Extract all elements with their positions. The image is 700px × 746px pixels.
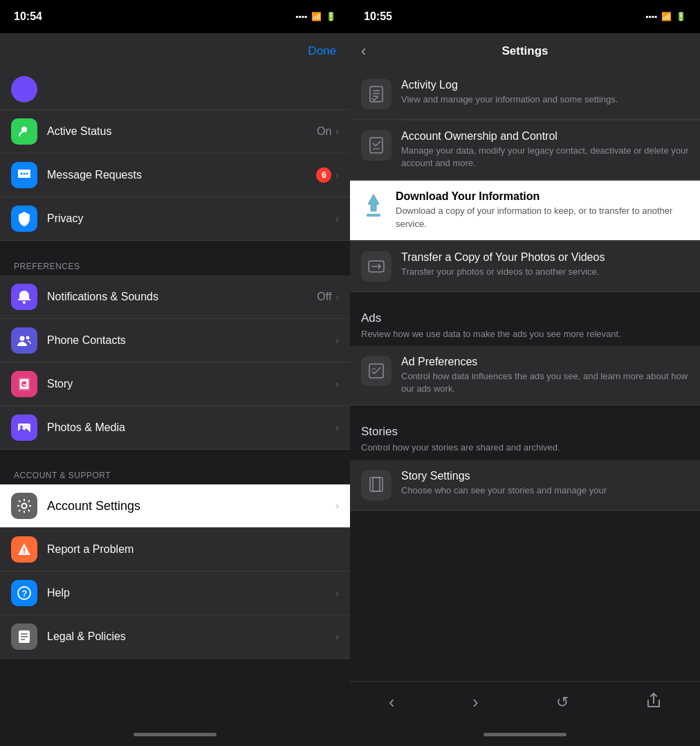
svg-point-3 (24, 173, 26, 175)
active-status-icon (11, 118, 37, 145)
done-button[interactable]: Done (308, 44, 336, 58)
menu-item-privacy[interactable]: Privacy › (0, 197, 350, 241)
nav-share-button[interactable] (639, 685, 668, 719)
right-wifi-icon: 📶 (661, 12, 672, 21)
nav-back-button[interactable]: ‹ (382, 684, 402, 720)
menu-item-account-settings[interactable]: Account Settings › (0, 484, 350, 528)
settings-item-activity-log[interactable]: Activity Log View and manage your inform… (350, 69, 700, 120)
download-info-title: Download Your Information (396, 190, 689, 203)
svg-rect-29 (367, 214, 380, 217)
account-header: ACCOUNT & SUPPORT (0, 458, 350, 484)
menu-item-message-requests[interactable]: Message Requests 6 › (0, 154, 350, 197)
right-home-bar (483, 733, 567, 736)
preferences-header: PREFERENCES (0, 249, 350, 275)
svg-marker-28 (368, 194, 379, 211)
settings-item-story-settings[interactable]: Story Settings Choose who can see your s… (350, 460, 700, 511)
account-settings-chevron: › (335, 500, 339, 511)
back-button[interactable]: ‹ (361, 42, 366, 60)
your-info-section: Activity Log View and manage your inform… (350, 69, 700, 241)
menu-item-help[interactable]: ? Help › (0, 572, 350, 615)
right-status-icons: ▪▪▪▪ 📶 🔋 (645, 12, 686, 21)
svg-point-6 (20, 336, 25, 341)
right-scroll-content: Activity Log View and manage your inform… (350, 69, 700, 681)
svg-point-1 (26, 132, 30, 137)
privacy-label: Privacy (47, 212, 335, 225)
privacy-icon (11, 206, 37, 232)
right-panel: 10:55 ▪▪▪▪ 📶 🔋 ‹ Settings (350, 0, 700, 746)
notifications-chevron: › (335, 291, 339, 302)
left-status-icons: ▪▪▪▪ 📶 🔋 (295, 12, 336, 21)
message-requests-right: 6 › (316, 167, 339, 183)
report-problem-label: Report a Problem (47, 543, 339, 556)
nav-forward-button[interactable]: › (466, 684, 486, 720)
menu-item-photos-media[interactable]: Photos & Media › (0, 406, 350, 450)
nav-refresh-button[interactable]: ↺ (549, 686, 575, 718)
download-info-icon (361, 190, 386, 221)
download-info-text: Download Your Information Download a cop… (396, 190, 689, 230)
svg-point-5 (23, 301, 26, 304)
photos-media-right: › (335, 422, 339, 433)
help-chevron: › (335, 588, 339, 599)
right-time: 10:55 (364, 10, 392, 23)
menu-item-phone-contacts[interactable]: Phone Contacts › (0, 319, 350, 363)
activity-log-title: Activity Log (401, 79, 689, 91)
account-settings-label: Account Settings (47, 499, 335, 513)
account-ownership-title: Account Ownership and Control (401, 130, 689, 143)
right-top-bar: ‹ Settings (350, 33, 700, 69)
phone-contacts-chevron: › (335, 335, 339, 346)
help-icon: ? (11, 580, 37, 606)
ad-preferences-icon (361, 356, 392, 386)
stories-section-header: Stories Control how your stories are sha… (350, 414, 700, 460)
account-ownership-text: Account Ownership and Control Manage you… (401, 130, 689, 170)
ad-preferences-text: Ad Preferences Control how data influenc… (401, 356, 689, 395)
legal-right: › (335, 631, 339, 642)
menu-item-report-problem[interactable]: Report a Problem (0, 528, 350, 572)
notifications-label: Notifications & Sounds (47, 291, 317, 303)
svg-point-13 (22, 504, 27, 509)
partial-dot (11, 76, 37, 102)
ads-section: Ads Review how we use data to make the a… (350, 300, 700, 406)
left-time: 10:54 (14, 10, 42, 23)
settings-item-download-info[interactable]: Download Your Information Download a cop… (350, 181, 700, 240)
left-panel: 10:54 ▪▪▪▪ 📶 🔋 Done Active Status (0, 0, 350, 746)
svg-point-4 (26, 173, 28, 175)
settings-item-transfer-photos[interactable]: Transfer a Copy of Your Photos or Videos… (350, 242, 700, 292)
ads-section-header: Ads Review how we use data to make the a… (350, 300, 700, 346)
menu-item-legal[interactable]: Legal & Policies › (0, 615, 350, 659)
menu-item-story[interactable]: Story › (0, 363, 350, 406)
left-scroll-content: Active Status On › Message Requests 6 › (0, 69, 350, 722)
story-settings-subtitle: Choose who can see your stories and mana… (401, 484, 689, 497)
settings-item-ad-preferences[interactable]: Ad Preferences Control how data influenc… (350, 346, 700, 406)
transfer-photos-text: Transfer a Copy of Your Photos or Videos… (401, 251, 689, 278)
stories-section-subtitle: Control how your stories are shared and … (361, 442, 689, 454)
menu-item-notifications[interactable]: Notifications & Sounds Off › (0, 275, 350, 319)
signal-icon: ▪▪▪▪ (295, 12, 307, 21)
menu-item-active-status[interactable]: Active Status On › (0, 110, 350, 154)
active-status-value: On (317, 125, 331, 138)
active-status-label: Active Status (47, 125, 317, 138)
story-settings-text: Story Settings Choose who can see your s… (401, 470, 689, 497)
phone-contacts-icon (11, 327, 37, 354)
svg-rect-34 (373, 477, 383, 491)
activity-log-text: Activity Log View and manage your inform… (401, 79, 689, 106)
left-home-indicator (0, 722, 350, 746)
story-right: › (335, 379, 339, 390)
right-status-bar: 10:55 ▪▪▪▪ 📶 🔋 (350, 0, 700, 33)
svg-rect-14 (24, 548, 25, 552)
right-battery-icon: 🔋 (676, 12, 686, 21)
bottom-spacer-left (0, 659, 350, 673)
svg-rect-33 (370, 477, 380, 491)
legal-label: Legal & Policies (47, 630, 335, 643)
ads-section-title: Ads (361, 311, 689, 325)
nav-title: Settings (501, 44, 548, 58)
account-ownership-subtitle: Manage your data, modify your legacy con… (401, 145, 689, 170)
activity-log-icon (361, 79, 392, 109)
svg-point-7 (26, 336, 30, 340)
account-ownership-icon (361, 130, 392, 161)
preferences-gap (0, 241, 350, 249)
account-settings-icon (11, 493, 37, 519)
story-chevron: › (335, 379, 339, 390)
settings-item-account-ownership[interactable]: Account Ownership and Control Manage you… (350, 120, 700, 180)
photos-media-chevron: › (335, 422, 339, 433)
phone-contacts-label: Phone Contacts (47, 334, 335, 347)
